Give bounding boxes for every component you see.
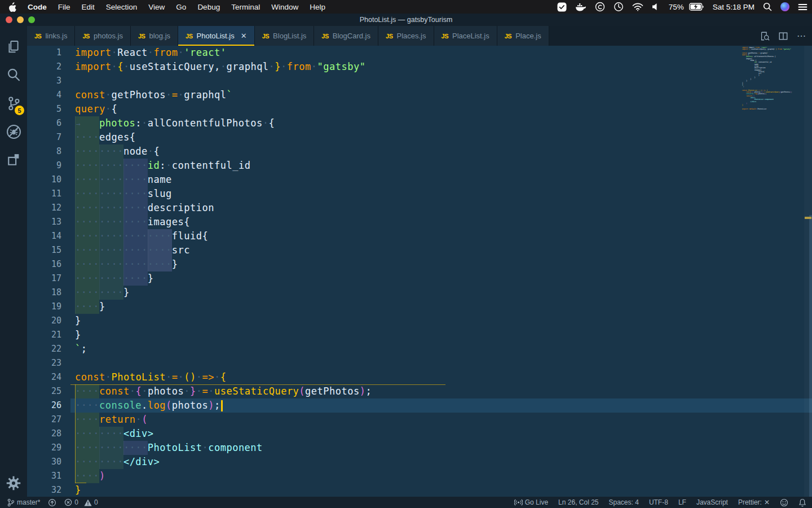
indent-whitespace-dots: ···· [75, 414, 99, 425]
indentation-setting[interactable]: Spaces: 4 [609, 498, 639, 506]
language-mode[interactable]: JavaScript [696, 498, 728, 506]
menu-selection[interactable]: Selection [100, 3, 143, 11]
encoding-setting[interactable]: UTF-8 [649, 498, 668, 506]
menu-terminal[interactable]: Terminal [226, 3, 266, 11]
code-line-17: 17············} [27, 271, 812, 286]
menu-help[interactable]: Help [304, 3, 331, 11]
source-control-icon[interactable]: 5 [0, 89, 27, 117]
js-file-icon: JS [138, 33, 145, 40]
minimap-line: export default PhotoList [742, 108, 804, 110]
minimap[interactable]: import React from 'react'import { useSta… [742, 47, 804, 120]
menu-edit[interactable]: Edit [76, 3, 100, 11]
problems-indicator[interactable]: 0 0 [64, 498, 98, 506]
feedback-smiley-icon[interactable] [780, 498, 788, 507]
tab-Places.js[interactable]: JSPlaces.js [378, 26, 434, 46]
indent-whitespace-dots: ················ [75, 259, 172, 270]
cursor-position[interactable]: Ln 26, Col 25 [558, 498, 598, 506]
line-content: ····return·( [75, 413, 812, 427]
tab-label: Places.js [396, 32, 426, 40]
tab-label: PhotoList.js [197, 32, 235, 40]
menu-code[interactable]: Code [22, 3, 52, 11]
settings-gear-icon[interactable] [0, 475, 27, 491]
tab-BlogCard.js[interactable]: JSBlogCard.js [314, 26, 378, 46]
indent-whitespace-dots: ···· [75, 132, 99, 143]
git-branch-indicator[interactable]: master* [7, 498, 40, 507]
menu-window[interactable]: Window [266, 3, 304, 11]
source-control-badge: 5 [15, 106, 24, 115]
code-editor[interactable]: 1import·React·from·'react'2import·{·useS… [27, 46, 812, 497]
bracket-scope-underline [70, 384, 445, 385]
warning-count: 0 [94, 498, 98, 506]
menu-file[interactable]: File [52, 3, 76, 11]
notifications-bell-icon[interactable] [798, 498, 806, 507]
time-machine-icon[interactable] [614, 2, 624, 12]
line-content: `; [75, 342, 812, 356]
code-line-14: 14················fluid{ [27, 229, 812, 243]
debug-icon[interactable] [0, 117, 27, 146]
extensions-icon[interactable] [0, 146, 27, 174]
tab-Place.js[interactable]: JSPlace.js [497, 26, 549, 46]
line-number: 18 [27, 286, 75, 300]
tab-PlaceList.js[interactable]: JSPlaceList.js [434, 26, 497, 46]
tab-BlogList.js[interactable]: JSBlogList.js [255, 26, 315, 46]
split-editor-icon[interactable] [778, 31, 788, 41]
indent-whitespace-dots: ···· [75, 400, 99, 411]
line-content: ····edges{ [75, 130, 812, 144]
status-bar: master* 0 0 Go Live Ln 26, Col 25 Spaces… [0, 497, 812, 508]
tab-links.js[interactable]: JSlinks.js [27, 26, 75, 46]
tab-photos.js[interactable]: JSphotos.js [75, 26, 131, 46]
battery-percentage: 75% [669, 3, 684, 11]
notification-center-icon[interactable] [798, 3, 807, 11]
line-content: ····const·{·photos·}·=·useStaticQuery(ge… [75, 384, 812, 398]
menu-view[interactable]: View [143, 3, 170, 11]
js-file-icon: JS [82, 33, 89, 40]
code-line-18: 18········} [27, 286, 812, 300]
code-line-30: 30········</div> [27, 455, 812, 469]
line-content [75, 356, 812, 370]
go-live-button[interactable]: Go Live [514, 498, 548, 506]
formatter-status[interactable]: Prettier: ✕ [738, 498, 770, 506]
menu-go[interactable]: Go [170, 3, 192, 11]
battery-charging-icon[interactable] [689, 3, 704, 11]
line-number: 26 [27, 398, 75, 413]
line-number: 1 [27, 46, 75, 60]
line-content: ····} [75, 300, 812, 314]
line-content: ················} [75, 257, 812, 271]
indent-whitespace-dots: ············ [75, 174, 148, 185]
menu-debug[interactable]: Debug [192, 3, 226, 11]
docker-icon[interactable] [575, 2, 586, 11]
code-line-5: 5query·{ [27, 102, 812, 116]
line-content: ········</div> [75, 455, 812, 469]
apple-menu-icon[interactable] [8, 2, 16, 12]
editor-scrollbar-slider[interactable] [809, 215, 812, 497]
eol-setting[interactable]: LF [678, 498, 686, 506]
code-line-24: 24const·PhotoList·=·()·=>·{ [27, 370, 812, 384]
indent-whitespace-dots: ···· [75, 301, 99, 312]
search-icon[interactable] [0, 61, 27, 89]
siri-icon[interactable] [780, 2, 789, 11]
tab-PhotoList.js[interactable]: JSPhotoList.js✕ [178, 26, 255, 46]
open-changes-icon[interactable] [760, 31, 770, 41]
js-file-icon: JS [386, 33, 392, 40]
sync-changes-button[interactable] [48, 498, 56, 507]
line-content: ············description [75, 201, 812, 215]
line-content: ········<div> [75, 427, 812, 441]
line-content: } [75, 328, 812, 342]
menu-bar-clock[interactable]: Sat 5:18 PM [713, 3, 754, 11]
creative-cloud-icon[interactable] [595, 2, 605, 12]
code-line-32: 32} [27, 483, 812, 497]
more-actions-icon[interactable]: ⋯ [797, 30, 806, 41]
code-line-31: 31····) [27, 469, 812, 483]
code-line-20: 20} [27, 314, 812, 328]
code-line-21: 21} [27, 328, 812, 342]
todo-check-icon[interactable] [557, 2, 567, 12]
explorer-icon[interactable] [0, 33, 27, 61]
wifi-icon[interactable] [632, 3, 643, 11]
line-content: ············id:·contentful_id [75, 159, 812, 173]
spotlight-search-icon[interactable] [763, 2, 772, 11]
close-tab-icon[interactable]: ✕ [241, 32, 247, 40]
line-content: ············images{ [75, 215, 812, 229]
volume-icon[interactable] [652, 3, 660, 11]
line-number: 12 [27, 201, 75, 215]
tab-blog.js[interactable]: JSblog.js [131, 26, 178, 46]
